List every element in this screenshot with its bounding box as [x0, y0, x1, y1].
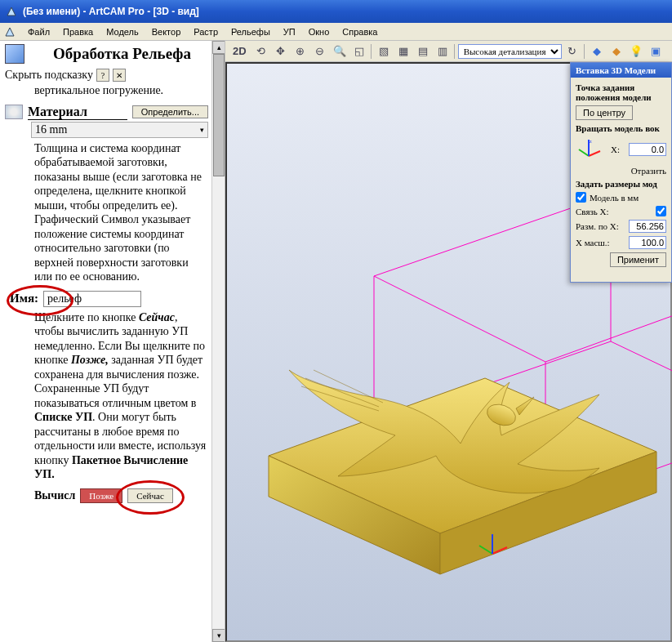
- scroll-thumb[interactable]: [213, 54, 225, 176]
- svg-line-17: [579, 149, 589, 156]
- size-label: Задать размеры мод: [576, 179, 657, 189]
- menu-vector[interactable]: Вектор: [145, 25, 188, 38]
- top-view-icon[interactable]: ▥: [434, 42, 452, 60]
- size-x-label: Разм. по X:: [576, 221, 619, 231]
- light-icon[interactable]: 💡: [627, 42, 645, 60]
- svg-line-14: [479, 546, 492, 554]
- app-icon: [5, 5, 18, 18]
- zoom-fit-icon[interactable]: 🔍: [331, 42, 349, 60]
- help-button[interactable]: ?: [96, 69, 109, 82]
- mirror-label: Отразить: [631, 166, 666, 176]
- toolpath-name-input[interactable]: [43, 291, 141, 307]
- svg-line-13: [492, 547, 507, 554]
- shade-icon[interactable]: ◆: [588, 42, 606, 60]
- viewport-area: 2D ⟲ ✥ ⊕ ⊖ 🔍 ◱ ▧ ▦ ▤ ▥ Высокая детализац…: [225, 41, 672, 642]
- zoom-out-icon[interactable]: ⊖: [311, 42, 329, 60]
- calculate-label: Вычисл: [34, 489, 75, 502]
- menu-help[interactable]: Справка: [336, 25, 384, 38]
- sidebar-panel: Обработка Рельефа Скрыть подсказку ? ✕ в…: [0, 41, 225, 642]
- material-dropdown-icon[interactable]: ▾: [200, 126, 204, 134]
- menu-reliefs[interactable]: Рельефы: [225, 25, 277, 38]
- window-title: (Без имени) - ArtCAM Pro - [3D - вид]: [23, 6, 199, 17]
- model-mm-checkbox[interactable]: [576, 192, 586, 203]
- rotate-label: Вращать модель вок: [576, 123, 660, 133]
- menu-window[interactable]: Окно: [302, 25, 336, 38]
- menu-raster[interactable]: Растр: [187, 25, 225, 38]
- scale-x-input[interactable]: [629, 236, 666, 249]
- material-value: 16 mm: [35, 123, 67, 136]
- app-menu-icon: [3, 25, 16, 38]
- hide-hint-label: Скрыть подсказку: [5, 69, 93, 82]
- menu-file[interactable]: Файл: [21, 25, 56, 38]
- link-x-label: Связь X:: [576, 207, 609, 216]
- svg-text:z: z: [590, 139, 592, 144]
- insert-3d-model-panel: Вставка 3D Модели Точка задания положени…: [570, 62, 672, 283]
- define-material-button[interactable]: Определить...: [132, 105, 208, 118]
- calculate-description: Щелкните по кнопке Сейчас, чтобы вычисли…: [34, 310, 208, 482]
- pan-icon[interactable]: ✥: [272, 42, 290, 60]
- sidebar-scrollbar[interactable]: ▴ ▾: [211, 41, 225, 642]
- separator-icon: [370, 42, 373, 60]
- separator-icon-3: [583, 42, 586, 60]
- svg-line-16: [589, 151, 600, 156]
- material-view-icon[interactable]: ▣: [647, 42, 665, 60]
- origin-axis-icon: [476, 529, 509, 562]
- iso-view-icon[interactable]: ▧: [375, 42, 393, 60]
- menu-toolpath[interactable]: УП: [277, 25, 302, 38]
- front-view-icon[interactable]: ▦: [394, 42, 412, 60]
- relief-model: [256, 301, 665, 578]
- vertical-plunge-text: вертикальное погружение.: [34, 83, 220, 98]
- size-x-input[interactable]: [629, 220, 666, 233]
- apply-button[interactable]: Применит: [610, 252, 666, 267]
- sidebar-title: Обработка Рельефа: [24, 45, 220, 63]
- center-button[interactable]: По центру: [576, 105, 633, 120]
- rotate-x-input[interactable]: [629, 143, 666, 156]
- menu-edit[interactable]: Правка: [56, 25, 100, 38]
- rotate-x-label: X:: [611, 145, 620, 154]
- model-mm-label: Модель в мм: [590, 193, 666, 203]
- origin-label: Точка задания положения модели: [576, 82, 652, 102]
- scroll-up-icon[interactable]: ▴: [212, 41, 225, 54]
- material-label: Материал: [28, 105, 127, 120]
- calculate-now-button[interactable]: Сейчас: [127, 488, 173, 503]
- calculate-later-button[interactable]: Позже: [80, 488, 122, 503]
- menu-model[interactable]: Модель: [100, 25, 145, 38]
- title-bar: (Без имени) - ArtCAM Pro - [3D - вид]: [0, 0, 672, 23]
- zoom-window-icon[interactable]: ◱: [350, 42, 368, 60]
- material-description: Толщина и система координат обрабатываем…: [34, 141, 208, 284]
- detail-level-select[interactable]: Высокая детализация: [458, 44, 562, 59]
- axis-gizmo-icon: z: [576, 136, 602, 163]
- separator-icon-2: [453, 42, 456, 60]
- mode-2d-button[interactable]: 2D: [229, 42, 251, 60]
- zoom-in-icon[interactable]: ⊕: [291, 42, 309, 60]
- side-view-icon[interactable]: ▤: [414, 42, 432, 60]
- color-icon[interactable]: ◆: [607, 42, 625, 60]
- panel-title: Вставка 3D Модели: [571, 63, 671, 78]
- material-icon: [5, 105, 23, 119]
- scale-x-label: X масш.:: [576, 238, 610, 247]
- close-hint-button[interactable]: ✕: [113, 69, 126, 82]
- link-x-checkbox[interactable]: [656, 206, 666, 216]
- name-label: Имя:: [10, 292, 38, 305]
- orbit-icon[interactable]: ⟲: [252, 42, 270, 60]
- relief-machining-icon: [5, 44, 24, 64]
- menu-bar: Файл Правка Модель Вектор Растр Рельефы …: [0, 23, 672, 41]
- scroll-down-icon[interactable]: ▾: [212, 629, 225, 642]
- view-toolbar: 2D ⟲ ✥ ⊕ ⊖ 🔍 ◱ ▧ ▦ ▤ ▥ Высокая детализац…: [225, 41, 672, 62]
- refresh-icon[interactable]: ↻: [563, 42, 581, 60]
